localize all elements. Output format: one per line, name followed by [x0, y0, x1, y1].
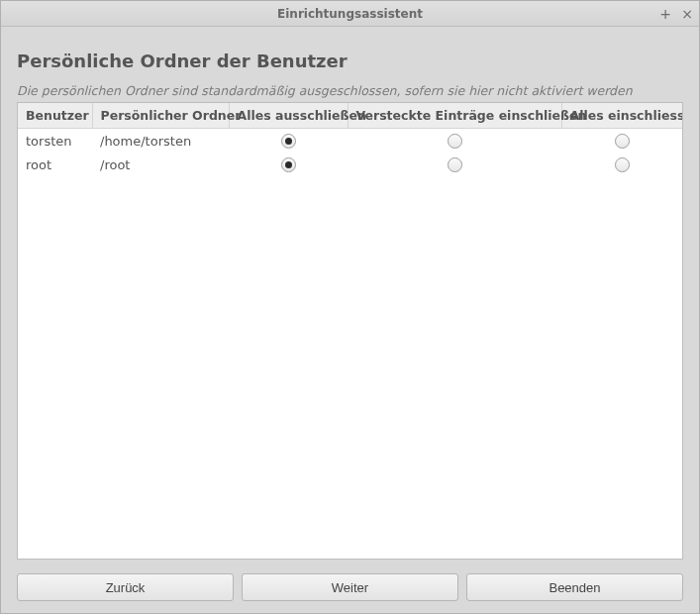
- cell-option: [561, 153, 682, 176]
- cell-folder: /home/torsten: [92, 129, 229, 154]
- finish-button[interactable]: Beenden: [466, 573, 683, 601]
- radio-include-all[interactable]: [615, 134, 630, 149]
- column-header-user[interactable]: Benutzer: [18, 103, 92, 129]
- wizard-button-bar: Zurück Weiter Beenden: [1, 567, 699, 613]
- page-title: Persönliche Ordner der Benutzer: [17, 51, 683, 71]
- content-area: Persönliche Ordner der Benutzer Die pers…: [1, 27, 699, 567]
- table-row[interactable]: torsten/home/torsten: [18, 129, 682, 154]
- minimize-icon[interactable]: +: [657, 6, 673, 22]
- titlebar[interactable]: Einrichtungsassistent + ×: [1, 1, 699, 27]
- cell-option: [229, 153, 348, 176]
- cell-option: [348, 153, 561, 176]
- radio-include-hidden[interactable]: [448, 157, 462, 172]
- back-button[interactable]: Zurück: [17, 573, 234, 601]
- page-description: Die persönlichen Ordner sind standardmäß…: [17, 83, 683, 98]
- cell-option: [561, 129, 682, 154]
- cell-user: root: [18, 153, 92, 176]
- column-header-folder[interactable]: Persönlicher Ordner: [92, 103, 229, 129]
- table-row[interactable]: root/root: [18, 153, 682, 176]
- column-header-exclude-all[interactable]: Alles ausschließen: [229, 103, 348, 129]
- setup-wizard-window: Einrichtungsassistent + × Persönliche Or…: [0, 0, 700, 614]
- radio-include-all[interactable]: [615, 157, 630, 172]
- cell-user: torsten: [18, 129, 92, 154]
- radio-exclude-all[interactable]: [281, 157, 296, 172]
- radio-exclude-all[interactable]: [281, 134, 296, 149]
- user-folders-table: Benutzer Persönlicher Ordner Alles aussc…: [18, 103, 682, 176]
- cell-folder: /root: [92, 153, 229, 176]
- window-title: Einrichtungsassistent: [7, 7, 693, 21]
- window-controls: + ×: [657, 1, 695, 26]
- column-header-include-hidden[interactable]: Versteckte Einträge einschließen: [348, 103, 561, 129]
- user-folders-table-container: Benutzer Persönlicher Ordner Alles aussc…: [17, 102, 683, 560]
- cell-option: [229, 129, 348, 154]
- radio-include-hidden[interactable]: [448, 134, 462, 149]
- column-header-include-all[interactable]: Alles einschliessen: [561, 103, 682, 129]
- close-icon[interactable]: ×: [679, 6, 695, 22]
- cell-option: [348, 129, 561, 154]
- next-button[interactable]: Weiter: [242, 573, 458, 601]
